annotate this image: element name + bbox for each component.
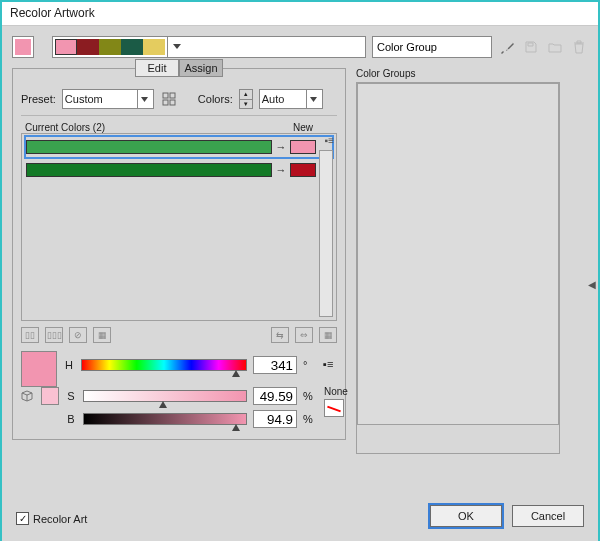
recolor-art-label: Recolor Art — [33, 513, 87, 525]
color-group-name-input[interactable] — [372, 36, 492, 58]
harmony-chip — [143, 39, 165, 55]
checkmark-icon: ✓ — [16, 512, 29, 525]
new-row-icon[interactable]: ▦ — [93, 327, 111, 343]
color-list: ▪≡ → → — [21, 133, 337, 321]
bri-input[interactable] — [253, 410, 297, 428]
svg-rect-2 — [163, 93, 168, 98]
arrow-icon[interactable]: → — [272, 141, 290, 153]
recolor-artwork-dialog: Recolor Artwork — [0, 0, 600, 541]
tab-bar: Edit Assign — [135, 59, 223, 77]
preset-label: Preset: — [21, 93, 56, 105]
find-shade-icon[interactable]: ⇔ — [295, 327, 313, 343]
color-reduction-options-icon[interactable] — [160, 90, 178, 108]
colors-value: Auto — [262, 93, 285, 105]
new-folder-icon[interactable] — [546, 38, 564, 56]
svg-marker-0 — [173, 44, 181, 49]
sat-unit: % — [303, 390, 317, 402]
chevron-down-icon — [137, 90, 151, 108]
harmony-chip — [121, 39, 143, 55]
svg-marker-1 — [141, 97, 148, 102]
harmony-chip — [99, 39, 121, 55]
scrollbar[interactable] — [319, 150, 333, 317]
flyout-menu-icon[interactable]: ▪≡ — [325, 135, 334, 146]
harmony-dropdown[interactable] — [52, 36, 366, 58]
sat-slider[interactable] — [83, 390, 247, 402]
dialog-title: Recolor Artwork — [2, 2, 598, 26]
none-color-icon[interactable] — [324, 399, 344, 417]
svg-marker-6 — [310, 97, 317, 102]
bri-label: B — [65, 413, 77, 425]
colors-label: Colors: — [198, 93, 233, 105]
hue-label: H — [63, 359, 75, 371]
bri-unit: % — [303, 413, 317, 425]
current-color-bar[interactable] — [26, 163, 272, 177]
find-tint-icon[interactable]: ⇆ — [271, 327, 289, 343]
harmony-chip — [77, 39, 99, 55]
current-colors-header: Current Colors (2) — [25, 122, 105, 133]
hue-unit: ° — [303, 359, 317, 371]
cube-icon[interactable] — [21, 390, 35, 402]
ok-button[interactable]: OK — [430, 505, 502, 527]
chevron-down-icon — [306, 90, 320, 108]
save-group-icon[interactable] — [522, 38, 540, 56]
hsb-controls: H ° ▪≡ S — [21, 351, 337, 430]
color-row[interactable]: → — [26, 160, 332, 180]
color-groups-list[interactable] — [357, 83, 559, 425]
exclude-colors-icon[interactable]: ⊘ — [69, 327, 87, 343]
sat-input[interactable] — [253, 387, 297, 405]
current-color-bar[interactable] — [26, 140, 272, 154]
recolor-art-checkbox[interactable]: ✓ Recolor Art — [16, 512, 87, 525]
svg-rect-5 — [170, 100, 175, 105]
colors-dropdown[interactable]: Auto — [259, 89, 323, 109]
active-color-swatch[interactable] — [12, 36, 34, 58]
new-colors-header: New — [293, 122, 313, 133]
web-safe-swatch[interactable] — [41, 387, 59, 405]
sat-label: S — [65, 390, 77, 402]
chevron-down-icon[interactable] — [167, 37, 185, 57]
dialog-content: Edit Assign Preset: Custom Colors: ▲▼ — [2, 26, 598, 541]
preset-value: Custom — [65, 93, 103, 105]
color-groups-label: Color Groups — [356, 68, 588, 79]
new-color-swatch[interactable] — [290, 163, 316, 177]
tab-edit[interactable]: Edit — [135, 59, 179, 77]
separate-colors-icon[interactable]: ▯▯▯ — [45, 327, 63, 343]
trash-icon[interactable] — [570, 38, 588, 56]
preset-dropdown[interactable]: Custom — [62, 89, 154, 109]
merge-colors-icon[interactable]: ▯▯ — [21, 327, 39, 343]
eyedropper-icon[interactable] — [498, 38, 516, 56]
flyout-icon[interactable]: ▪≡ — [323, 358, 337, 372]
cancel-button[interactable]: Cancel — [512, 505, 584, 527]
swatches-icon[interactable]: ▦ — [319, 327, 337, 343]
new-color-swatch[interactable] — [290, 140, 316, 154]
bri-slider[interactable] — [83, 413, 247, 425]
color-groups-panel — [356, 82, 560, 454]
assign-panel: Edit Assign Preset: Custom Colors: ▲▼ — [12, 68, 346, 440]
expand-panel-icon[interactable]: ◀ — [588, 278, 596, 289]
tab-assign[interactable]: Assign — [179, 59, 223, 77]
hue-slider[interactable] — [81, 359, 247, 371]
harmony-chip — [55, 39, 77, 55]
color-row[interactable]: → — [26, 137, 332, 157]
arrow-icon[interactable]: → — [272, 164, 290, 176]
hue-input[interactable] — [253, 356, 297, 374]
colors-stepper[interactable]: ▲▼ — [239, 89, 253, 109]
color-preview-swatch[interactable] — [21, 351, 57, 387]
none-label: None — [324, 386, 348, 397]
svg-rect-3 — [170, 93, 175, 98]
svg-rect-4 — [163, 100, 168, 105]
